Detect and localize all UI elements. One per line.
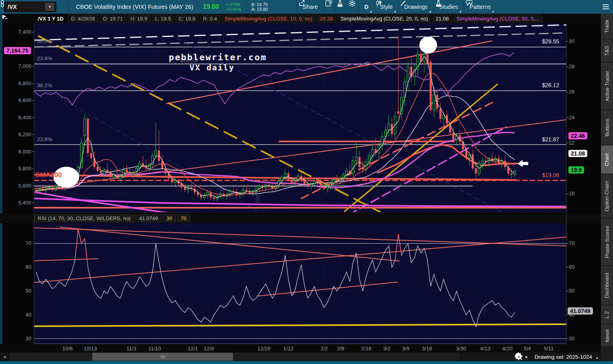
- date-tick: 11/3: [127, 346, 136, 352]
- date-tick: 3/30: [456, 346, 466, 352]
- price-level-1906[interactable]: $19.06: [531, 172, 559, 178]
- left-axis-tick: 6,400: [2, 115, 31, 121]
- date-tick: 2/9: [337, 346, 344, 352]
- left-axis-tick: 7,000: [2, 63, 31, 69]
- date-tick: 1/12: [283, 346, 293, 352]
- chart-scrollbar[interactable]: ◄ ◄ ► Drawing set: 2025-1024: [0, 352, 601, 361]
- sidebar-tab-label: L 2: [604, 311, 610, 318]
- rsi-right-tick: 40: [569, 312, 574, 318]
- date-tick: 2/16: [361, 346, 371, 352]
- dropdown-caret-icon: [596, 357, 598, 359]
- date-tick: 5/11: [544, 346, 554, 352]
- sidebar-tab-buttons[interactable]: Buttons: [601, 110, 613, 145]
- right-axis-tick: 28: [569, 63, 574, 70]
- right-axis-tick: 30: [569, 38, 574, 44]
- date-tick: 12/8: [204, 346, 214, 352]
- drawing-set-selector[interactable]: Drawing set: 2025-1024: [535, 354, 597, 360]
- pan-right-icon[interactable]: ►: [525, 354, 529, 359]
- rsi-left-tick: 40: [2, 312, 31, 318]
- rsi-right-tick: 60: [569, 264, 574, 270]
- chart-canvas[interactable]: [0, 0, 601, 352]
- left-axis-tick: 6,800: [2, 80, 31, 86]
- scrollbar-track[interactable]: [10, 353, 460, 361]
- left-axis-tick: 5,600: [2, 183, 31, 189]
- fib-label-50[interactable]: 50.0%: [37, 38, 52, 44]
- sidebar-tab-t-s[interactable]: T&S: [601, 39, 613, 62]
- fib-label-236b[interactable]: 23.6%: [37, 136, 52, 142]
- date-tick: 2/2: [321, 346, 328, 352]
- price-level-2955[interactable]: $29.55: [531, 38, 559, 45]
- date-tick: 3/2: [383, 346, 390, 352]
- left-axis-tick: 6,200: [2, 131, 31, 137]
- left-axis-tick: 5,800: [2, 166, 31, 172]
- left-axis-price-bubble: 7,164.75: [4, 47, 31, 54]
- sma20-value-bubble: 21.08: [568, 150, 587, 157]
- date-tick: 3/9: [402, 346, 409, 352]
- right-sidebar: TradeT&SActive TraderButtonsChartOption …: [601, 14, 613, 361]
- left-axis-tick: 6,600: [2, 97, 31, 103]
- sidebar-tab-dashboard[interactable]: Dashboard: [601, 266, 613, 305]
- right-axis-tick: 22: [569, 140, 574, 146]
- sidebar-tab-option-chain[interactable]: Option Chain: [601, 174, 613, 218]
- sidebar-tab-label: Active Trader: [604, 71, 610, 102]
- sidebar-tab-label: News: [604, 329, 610, 342]
- rsi-left-tick: 50: [2, 288, 31, 294]
- sidebar-tab-label: Option Chain: [604, 181, 610, 211]
- date-tick: 12/1: [188, 346, 198, 352]
- sma200-label: SMA200: [35, 171, 62, 179]
- sidebar-tab-news[interactable]: News: [601, 325, 613, 346]
- date-tick: 4/13: [480, 346, 490, 352]
- left-axis-tick: 7,400: [2, 29, 31, 35]
- sma50-value-bubble: 22.46: [568, 132, 587, 139]
- sidebar-tab-label: Phase Scores: [604, 226, 610, 258]
- date-tick: 4/20: [502, 346, 512, 352]
- sidebar-tab-chart[interactable]: Chart: [601, 145, 613, 174]
- watermark-site: pebblewriter.com: [169, 52, 255, 62]
- rsi-right-tick: 30: [569, 335, 574, 342]
- sidebar-tab-label: Chart: [604, 153, 610, 166]
- sidebar-tab-label: Dashboard: [604, 272, 610, 298]
- right-axis-tick: 18: [569, 190, 574, 196]
- sidebar-tab-label: Buttons: [604, 119, 610, 136]
- date-tick: 3/16: [422, 346, 432, 352]
- year-boundary-label: 2026: [255, 191, 261, 203]
- rsi-left-tick: 30: [2, 335, 31, 342]
- sidebar-tab-trade[interactable]: Trade: [601, 14, 613, 39]
- date-tick: 10/6: [62, 346, 72, 352]
- rsi-left-tick: 60: [2, 264, 31, 270]
- rsi-right-tick: 50: [569, 288, 574, 294]
- left-axis-tick: 6,000: [2, 149, 31, 155]
- price-level-2612[interactable]: $26.12: [531, 82, 559, 88]
- rsi-right-tick: 70: [569, 240, 574, 246]
- last-price-bubble: 19.8: [568, 166, 584, 174]
- price-level-2187[interactable]: $21.87: [531, 136, 559, 143]
- sidebar-tab-active-trader[interactable]: Active Trader: [601, 63, 613, 109]
- sidebar-tab-l-2[interactable]: L 2: [601, 305, 613, 324]
- date-tick: 5/4: [524, 346, 531, 352]
- watermark-caption: VX daily: [169, 63, 255, 72]
- right-axis-tick: 26: [569, 89, 574, 95]
- scroll-left-icon[interactable]: ◄: [0, 354, 9, 359]
- window-bottom-edge: [0, 361, 613, 364]
- date-tick: 10/13: [84, 346, 97, 352]
- right-axis-tick: 24: [569, 115, 574, 121]
- fib-label-382[interactable]: 38.2%: [37, 82, 52, 88]
- rsi-left-tick: 70: [2, 240, 31, 246]
- date-tick: 12/29: [257, 346, 271, 352]
- sidebar-tab-phase-scores[interactable]: Phase Scores: [601, 219, 613, 265]
- date-tick: 11/10: [148, 346, 161, 352]
- menu-icon[interactable]: [603, 4, 609, 9]
- sidebar-tab-label: T&S: [604, 45, 610, 55]
- left-axis-tick: 5,400: [2, 200, 31, 206]
- sidebar-tab-label: Trade: [604, 19, 610, 33]
- scrollbar-thumb[interactable]: [92, 353, 233, 361]
- draw-line-icon[interactable]: [515, 352, 522, 360]
- fib-label-236a[interactable]: 23.6%: [37, 55, 52, 61]
